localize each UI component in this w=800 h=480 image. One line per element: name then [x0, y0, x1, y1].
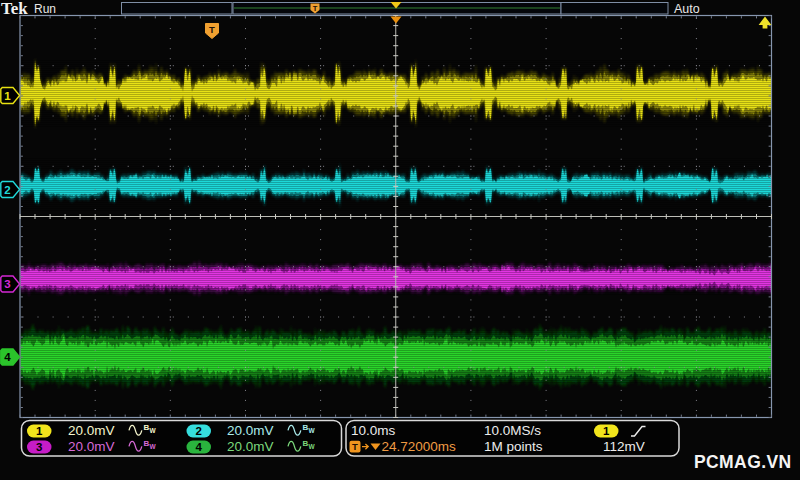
svg-text:2: 2 [4, 184, 10, 196]
svg-text:20.0mV: 20.0mV [227, 423, 274, 438]
svg-text:T: T [352, 441, 358, 452]
svg-text:20.0mV: 20.0mV [227, 439, 274, 454]
svg-text:24.72000ms: 24.72000ms [382, 439, 457, 454]
svg-text:1M points: 1M points [484, 439, 543, 454]
svg-text:1: 1 [36, 425, 43, 437]
svg-text:W: W [309, 443, 316, 450]
svg-text:Auto: Auto [674, 2, 700, 16]
svg-text:20.0mV: 20.0mV [68, 423, 115, 438]
svg-text:Tek: Tek [1, 0, 28, 18]
svg-text:W: W [150, 443, 157, 450]
svg-text:3: 3 [36, 441, 42, 453]
svg-text:3: 3 [4, 278, 10, 290]
svg-text:112mV: 112mV [603, 439, 645, 454]
svg-text:1: 1 [603, 425, 610, 437]
svg-text:T: T [209, 24, 215, 35]
svg-text:2: 2 [195, 425, 201, 437]
svg-text:4: 4 [4, 351, 11, 363]
svg-text:1: 1 [4, 90, 11, 102]
svg-text:10.0MS/s: 10.0MS/s [484, 423, 541, 438]
svg-text:10.0ms: 10.0ms [351, 423, 396, 438]
svg-text:Run: Run [34, 2, 56, 16]
svg-text:PCMAG.VN: PCMAG.VN [694, 452, 792, 472]
svg-text:W: W [150, 427, 157, 434]
svg-text:20.0mV: 20.0mV [68, 439, 115, 454]
svg-text:W: W [309, 427, 316, 434]
svg-text:4: 4 [195, 441, 202, 453]
svg-text:T: T [313, 4, 318, 13]
